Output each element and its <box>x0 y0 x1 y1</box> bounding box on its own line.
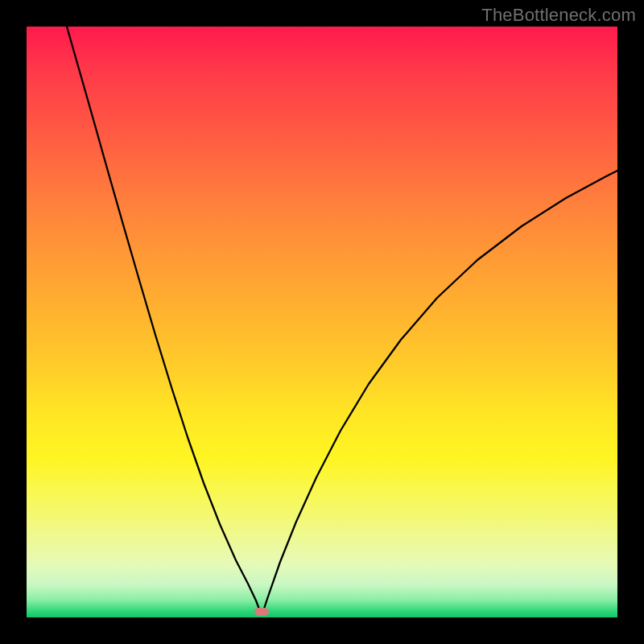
watermark-text: TheBottleneck.com <box>481 5 636 26</box>
curve-left-branch <box>67 27 261 613</box>
vertex-marker <box>254 608 269 616</box>
bottleneck-curve <box>27 27 617 617</box>
chart-frame: TheBottleneck.com <box>0 0 644 644</box>
plot-area <box>27 27 617 617</box>
curve-right-branch <box>262 171 617 613</box>
